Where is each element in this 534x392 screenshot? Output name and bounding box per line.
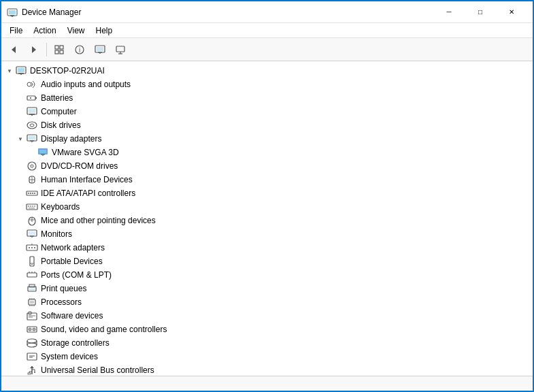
icon-hid [26, 174, 38, 185]
titlebar: Device Manager ─ □ ✕ [1, 1, 533, 23]
device-manager-window: Device Manager ─ □ ✕ File Action View He… [0, 0, 534, 392]
back-button[interactable] [4, 41, 23, 59]
expand-print [15, 283, 26, 294]
icon-keyboards [26, 201, 38, 212]
svg-rect-39 [39, 150, 46, 153]
svg-point-23 [27, 82, 31, 86]
maximize-button[interactable]: □ [465, 1, 496, 23]
svg-point-96 [29, 329, 31, 330]
tree-item-portable[interactable]: Portable Devices [1, 255, 533, 268]
icon-usb [26, 365, 38, 376]
window-controls: ─ □ ✕ [433, 1, 527, 23]
svg-text:i: i [79, 46, 80, 54]
menu-view[interactable]: View [62, 24, 90, 37]
svg-rect-25 [35, 97, 37, 99]
forward-button[interactable] [24, 41, 44, 59]
tree-item-mice[interactable]: Mice and other pointing devices [1, 214, 533, 227]
tree-item-network[interactable]: Network adapters [1, 241, 533, 255]
expand-audio [15, 79, 26, 90]
expand-root[interactable] [4, 65, 15, 76]
svg-rect-8 [55, 50, 59, 54]
tree-item-disk[interactable]: Disk drives [1, 118, 533, 132]
label-print: Print queues [41, 284, 86, 293]
menu-file[interactable]: File [4, 24, 28, 37]
icon-display [26, 133, 38, 144]
tree-item-audio[interactable]: Audio inputs and outputs [1, 78, 533, 91]
expand-usb [15, 365, 26, 376]
svg-point-32 [27, 122, 37, 129]
device-tree-content[interactable]: DESKTOP-02R2UAI Audio inputs and outputs… [1, 61, 533, 376]
tree-item-monitors[interactable]: Monitors [1, 227, 533, 241]
toolbar: i [1, 38, 533, 61]
svg-rect-102 [27, 353, 37, 360]
icon-system [26, 351, 38, 362]
label-portable: Portable Devices [41, 257, 103, 266]
tree-item-ports[interactable]: Ports (COM & LPT) [1, 268, 533, 282]
icon-vmware [37, 147, 49, 158]
svg-rect-16 [116, 46, 124, 52]
icon-processors [26, 297, 38, 308]
label-hid: Human Interface Devices [41, 175, 133, 184]
tree-item-dvd[interactable]: DVD/CD-ROM drives [1, 159, 533, 173]
label-network: Network adapters [41, 243, 105, 252]
expand-network [15, 242, 26, 253]
svg-rect-7 [60, 46, 63, 49]
tree-item-display[interactable]: Display adapters [1, 132, 533, 146]
tree-items: Audio inputs and outputsBatteriesCompute… [1, 78, 533, 376]
icon-batteries [26, 93, 38, 103]
svg-rect-55 [30, 206, 31, 207]
icon-audio [26, 79, 38, 90]
tree-item-processors[interactable]: Processors [1, 295, 533, 309]
svg-point-44 [29, 163, 35, 169]
svg-rect-82 [30, 301, 34, 304]
tree-item-root[interactable]: DESKTOP-02R2UAI [1, 64, 533, 78]
monitor-button[interactable] [111, 41, 130, 59]
properties-button[interactable]: i [70, 41, 89, 59]
expand-software [15, 310, 26, 321]
minimize-button[interactable]: ─ [433, 1, 465, 23]
tree-item-usb[interactable]: Universal Serial Bus controllers [1, 363, 533, 376]
svg-point-43 [31, 165, 33, 167]
svg-point-67 [29, 247, 30, 248]
expand-system [15, 351, 26, 362]
expand-ide [15, 188, 26, 199]
menu-help[interactable]: Help [90, 24, 118, 37]
expand-disk [15, 120, 26, 131]
close-button[interactable]: ✕ [496, 1, 527, 23]
svg-rect-9 [60, 50, 63, 54]
icon-monitors [26, 229, 38, 240]
icon-ide [26, 188, 38, 199]
label-software: Software devices [41, 311, 103, 321]
tree-item-sound[interactable]: Sound, video and game controllers [1, 323, 533, 336]
tree-item-system[interactable]: System devices [1, 350, 533, 363]
svg-rect-58 [29, 208, 35, 209]
icon-print [26, 283, 38, 294]
label-processors: Processors [41, 297, 82, 307]
svg-rect-35 [29, 136, 35, 140]
tree-item-print[interactable]: Print queues [1, 282, 533, 295]
tree-item-software[interactable]: Software devices [1, 309, 533, 323]
tree-item-keyboards[interactable]: Keyboards [1, 200, 533, 214]
svg-point-68 [31, 247, 33, 248]
label-keyboards: Keyboards [41, 202, 80, 212]
tree-item-storage[interactable]: Storage controllers [1, 336, 533, 350]
tree-item-computer[interactable]: Computer [1, 105, 533, 118]
expand-display[interactable] [15, 133, 26, 144]
svg-rect-63 [29, 231, 35, 235]
menu-action[interactable]: Action [28, 24, 61, 37]
show-hide-button[interactable] [50, 41, 69, 59]
expand-computer [15, 106, 26, 117]
expand-monitors [15, 229, 26, 240]
icon-computer [26, 106, 38, 117]
toolbar-separator-1 [46, 43, 47, 56]
tree-item-hid[interactable]: Human Interface Devices [1, 173, 533, 186]
tree-item-vmware[interactable]: VMware SVGA 3D [1, 146, 533, 159]
expand-sound [15, 324, 26, 335]
svg-rect-74 [27, 273, 37, 277]
svg-rect-57 [34, 206, 35, 207]
update-driver-button[interactable] [90, 41, 110, 59]
tree-item-ide[interactable]: IDE ATA/ATAPI controllers [1, 186, 533, 200]
tree-item-batteries[interactable]: Batteries [1, 91, 533, 105]
window-title: Device Manager [22, 7, 433, 17]
statusbar [1, 376, 533, 391]
